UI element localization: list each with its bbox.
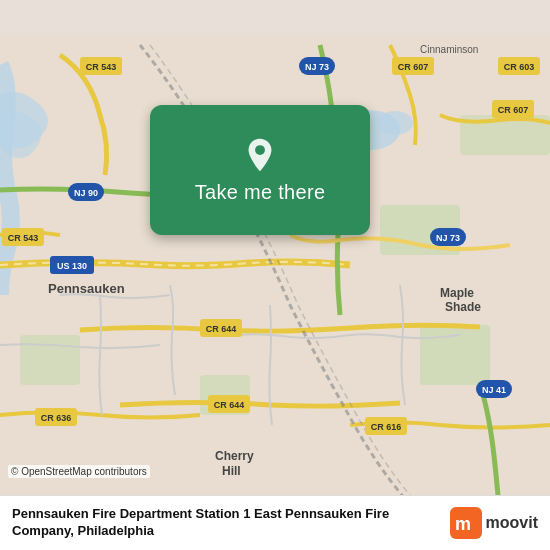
osm-attribution: © OpenStreetMap contributors [8, 465, 150, 478]
svg-text:Cinnaminson: Cinnaminson [420, 44, 478, 55]
svg-point-2 [377, 111, 413, 135]
location-name: Pennsauken Fire Department Station 1 Eas… [12, 506, 450, 540]
moovit-icon: m [450, 507, 482, 539]
svg-text:NJ 73: NJ 73 [436, 233, 460, 243]
svg-text:NJ 41: NJ 41 [482, 385, 506, 395]
svg-text:Shade: Shade [445, 300, 481, 314]
svg-text:US 130: US 130 [57, 261, 87, 271]
svg-text:NJ 90: NJ 90 [74, 188, 98, 198]
map-container: CR 543 NJ 73 CR 607 CR 603 NJ 90 US 130 … [0, 0, 550, 550]
moovit-logo: m moovit [450, 507, 538, 539]
svg-text:CR 543: CR 543 [8, 233, 39, 243]
svg-text:m: m [455, 514, 471, 534]
location-info: Pennsauken Fire Department Station 1 Eas… [12, 506, 450, 540]
moovit-text: moovit [486, 514, 538, 532]
svg-rect-5 [420, 325, 490, 385]
svg-text:Cherry: Cherry [215, 449, 254, 463]
svg-text:Maple: Maple [440, 286, 474, 300]
svg-text:CR 543: CR 543 [86, 62, 117, 72]
svg-text:CR 607: CR 607 [398, 62, 429, 72]
svg-text:Pennsauken: Pennsauken [48, 281, 125, 296]
take-me-there-button[interactable]: Take me there [150, 105, 370, 235]
location-pin-icon [242, 137, 278, 173]
svg-text:CR 607: CR 607 [498, 105, 529, 115]
svg-text:CR 636: CR 636 [41, 413, 72, 423]
svg-text:CR 644: CR 644 [206, 324, 237, 334]
svg-text:CR 616: CR 616 [371, 422, 402, 432]
action-button-label: Take me there [195, 181, 326, 204]
svg-text:NJ 73: NJ 73 [305, 62, 329, 72]
bottom-bar: Pennsauken Fire Department Station 1 Eas… [0, 495, 550, 550]
svg-point-43 [255, 145, 265, 155]
svg-text:Hill: Hill [222, 464, 241, 478]
svg-rect-8 [20, 335, 80, 385]
svg-text:CR 603: CR 603 [504, 62, 535, 72]
svg-text:CR 644: CR 644 [214, 400, 245, 410]
